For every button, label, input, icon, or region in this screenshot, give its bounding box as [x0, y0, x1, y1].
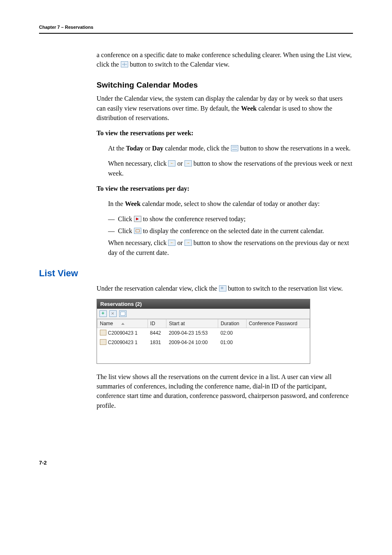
- list-view-p2: The list view shows all the reservations…: [97, 372, 353, 410]
- week-p1-a: At the: [108, 145, 126, 152]
- list-view-p1: Under the reservation calendar view, cli…: [97, 284, 353, 293]
- delete-reservation-icon[interactable]: [109, 310, 117, 317]
- col-name[interactable]: Name: [97, 319, 148, 328]
- cell-id: 1831: [148, 338, 166, 347]
- view-per-week-heading: To view the reservations per week:: [97, 128, 353, 138]
- table-row[interactable]: C20090423 1 1831 2009-04-24 10:00 01:00: [97, 338, 310, 347]
- header-rule: [39, 33, 353, 34]
- cell-duration: 01:00: [218, 338, 246, 347]
- col-duration[interactable]: Duration: [218, 319, 246, 328]
- week-bold-2: Week: [125, 200, 141, 207]
- calendar-view-icon[interactable]: [119, 310, 127, 317]
- day-p2: When necessary, click or button to show …: [108, 238, 353, 257]
- week-p1-e: calendar mode, click the: [164, 145, 231, 152]
- cell-id: 8442: [148, 328, 166, 338]
- day-d1-a: Click: [118, 215, 134, 222]
- reservations-panel: Reservations (2) Name ID Start at Durati…: [97, 299, 310, 364]
- week-p2-b: or: [177, 160, 184, 167]
- prev-day-icon: [168, 240, 175, 246]
- reservation-row-icon: [100, 339, 106, 345]
- view-per-day-heading: To view the reservations per day:: [97, 184, 353, 193]
- cell-start: 2009-04-23 15:53: [166, 328, 218, 338]
- reservations-table: Name ID Start at Duration Conference Pas…: [97, 319, 310, 347]
- switching-paragraph: Under the Calendar view, the system can …: [97, 94, 353, 123]
- day-d2-a: Click: [118, 227, 134, 234]
- col-confpw[interactable]: Conference Password: [246, 319, 309, 328]
- day-p2-a: When necessary, click: [108, 239, 168, 246]
- week-p1-c: or: [143, 145, 152, 152]
- cell-start: 2009-04-24 10:00: [166, 338, 218, 347]
- next-week-icon: [184, 160, 192, 166]
- col-start[interactable]: Start at: [166, 319, 218, 328]
- day-dash-1: Click to show the conference reserved to…: [108, 214, 353, 224]
- table-row[interactable]: C20090423 1 8442 2009-04-23 15:53 02:00: [97, 328, 310, 338]
- day-dash-2: Click to display the conference on the s…: [108, 226, 353, 236]
- cell-confpw: [246, 338, 309, 347]
- today-bold: Today: [126, 145, 143, 152]
- today-icon: [134, 216, 141, 222]
- section-switching-heading: Switching Calendar Modes: [97, 81, 353, 90]
- cell-duration: 02:00: [218, 328, 246, 338]
- add-reservation-icon[interactable]: [99, 310, 107, 317]
- sort-asc-icon: [121, 323, 125, 325]
- day-bold: Day: [152, 145, 164, 152]
- intro-text-b: button to switch to the Calendar view.: [130, 61, 230, 68]
- panel-titlebar: Reservations (2): [97, 299, 310, 309]
- week-p2: When necessary, click or button to show …: [108, 159, 353, 178]
- day-p1-a: In the: [108, 200, 125, 207]
- list-view-heading: List View: [39, 268, 353, 279]
- prev-week-icon: [168, 160, 175, 166]
- cell-confpw: [246, 328, 309, 338]
- calendar-grid-icon: [121, 61, 128, 67]
- week-bold: Week: [241, 105, 256, 112]
- lv-p1-a: Under the reservation calendar view, cli…: [97, 285, 219, 292]
- panel-toolbar: [97, 309, 310, 319]
- col-id[interactable]: ID: [148, 319, 166, 328]
- week-p1: At the Today or Day calendar mode, click…: [108, 143, 353, 153]
- day-p1: In the Week calendar mode, select to sho…: [108, 199, 353, 208]
- week-p2-a: When necessary, click: [108, 160, 168, 167]
- reservation-row-icon: [100, 330, 106, 335]
- lv-p1-b: button to switch to the reservation list…: [228, 285, 343, 292]
- cell-name: C20090423 1: [108, 340, 138, 345]
- chapter-header: Chapter 7 – Reservations: [39, 25, 353, 30]
- week-view-icon: [231, 145, 238, 151]
- day-p2-b: or: [177, 239, 184, 246]
- cell-name: C20090423 1: [108, 330, 138, 336]
- list-view-icon: [219, 285, 226, 291]
- next-day-icon: [184, 240, 192, 246]
- intro-paragraph: a conference on a specific date to make …: [97, 50, 353, 69]
- day-p1-c: calendar mode, select to show the calend…: [141, 200, 320, 207]
- day-d1-b: to show the conference reserved today;: [143, 215, 246, 222]
- col-name-label: Name: [100, 321, 113, 326]
- page-number: 7-2: [39, 460, 353, 466]
- day-calendar-icon: [134, 228, 141, 234]
- week-p1-f: button to show the reservations in a wee…: [240, 145, 350, 152]
- day-d2-b: to display the conference on the selecte…: [143, 227, 324, 234]
